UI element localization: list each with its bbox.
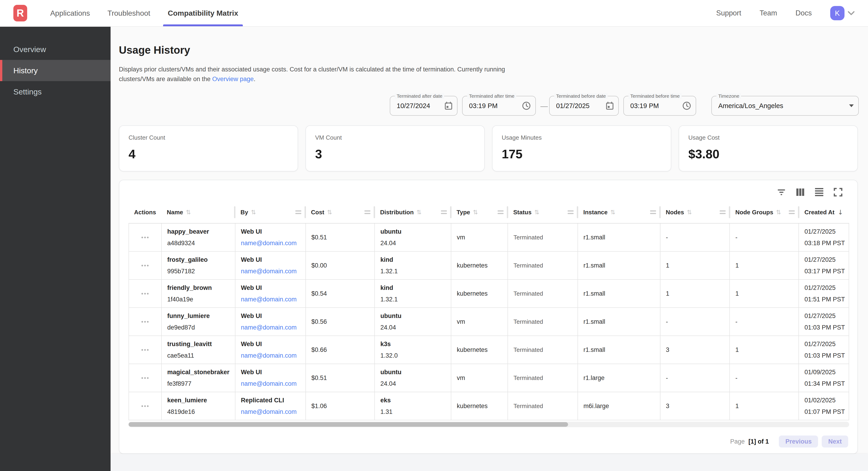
user-email-link[interactable]: name@domain.com (241, 324, 297, 331)
user-email-link[interactable]: name@domain.com (241, 380, 297, 387)
terminated-after-date-field[interactable]: Terminated after date 10/27/2024 (390, 96, 458, 116)
clock-icon[interactable] (682, 101, 691, 110)
column-menu-icon[interactable] (720, 210, 726, 214)
timezone-select[interactable]: Timezone America/Los_Angeles (711, 96, 859, 116)
sort-icon[interactable]: ⇅ (251, 209, 256, 216)
table-toolbar (776, 187, 844, 198)
next-button[interactable]: Next (822, 436, 848, 447)
row-actions-icon[interactable] (134, 321, 161, 323)
sort-icon[interactable]: ⇅ (327, 209, 332, 216)
sort-icon[interactable]: ⇅ (776, 209, 781, 216)
sort-icon[interactable]: ⇅ (473, 209, 478, 216)
column-header-status[interactable]: Status⇅ (508, 201, 578, 223)
sort-icon[interactable]: ⇅ (534, 209, 539, 216)
column-menu-icon[interactable] (568, 210, 574, 214)
avatar[interactable]: K (830, 6, 844, 20)
column-header-type[interactable]: Type⇅ (451, 201, 508, 223)
nav-tab-compatibility-matrix[interactable]: Compatibility Matrix (163, 0, 243, 26)
sidebar-item-overview[interactable]: Overview (0, 39, 111, 60)
nav-tab-troubleshoot[interactable]: Troubleshoot (103, 0, 155, 26)
column-menu-icon[interactable] (295, 210, 301, 214)
user-email-link[interactable]: name@domain.com (241, 296, 297, 303)
clock-icon[interactable] (522, 101, 531, 110)
user-email-link[interactable]: name@domain.com (241, 240, 297, 246)
cell-nodes: - (660, 308, 730, 335)
scrollbar-thumb[interactable] (128, 422, 568, 427)
column-header-name[interactable]: Name⇅ (161, 201, 235, 223)
column-header-created_at[interactable]: Created At↓ (799, 201, 849, 223)
previous-button[interactable]: Previous (779, 436, 818, 447)
replicated-logo[interactable]: R (13, 5, 27, 22)
cell-actions (129, 392, 162, 420)
column-header-instance[interactable]: Instance⇅ (578, 201, 660, 223)
sort-icon[interactable]: ⇅ (186, 209, 191, 216)
terminated-after-time-field[interactable]: Terminated after time 03:19 PM (462, 96, 536, 116)
column-header-actions[interactable]: Actions (128, 201, 161, 223)
sidebar-item-history[interactable]: History (0, 60, 111, 81)
cell-instance: r1.small (578, 308, 660, 335)
column-menu-icon[interactable] (789, 210, 795, 214)
sort-desc-icon[interactable]: ↓ (838, 209, 843, 216)
cell-actions (129, 364, 162, 392)
pagination: Page [1] of 1 Previous Next (730, 436, 848, 447)
cell-distribution: k3s1.32.0 (375, 336, 451, 364)
cell-type: kubernetes (451, 280, 508, 307)
cell-by: Replicated CLIname@domain.com (236, 392, 306, 420)
column-menu-icon[interactable] (498, 210, 503, 214)
calendar-icon[interactable] (606, 101, 614, 110)
nav-link-docs[interactable]: Docs (796, 9, 812, 17)
cell-status: Terminated (508, 308, 578, 335)
nav-tab-applications[interactable]: Applications (45, 0, 95, 26)
column-header-distribution[interactable]: Distribution⇅ (375, 201, 451, 223)
cell-by: Web UIname@domain.com (236, 308, 306, 335)
sort-icon[interactable]: ⇅ (687, 209, 692, 216)
sort-icon[interactable]: ⇅ (416, 209, 422, 216)
nav-link-team[interactable]: Team (760, 9, 777, 17)
cell-status: Terminated (508, 392, 578, 420)
column-header-node_groups[interactable]: Node Groups⇅ (730, 201, 799, 223)
sort-icon[interactable]: ⇅ (611, 209, 616, 216)
calendar-icon[interactable] (444, 101, 453, 110)
column-menu-icon[interactable] (365, 210, 370, 214)
table-row: frosty_galileo995b7182Web UIname@domain.… (129, 252, 849, 280)
horizontal-scrollbar[interactable] (128, 422, 849, 427)
row-actions-icon[interactable] (134, 265, 161, 266)
row-actions-icon[interactable] (134, 405, 161, 407)
filter-icon[interactable] (776, 187, 787, 198)
cell-by: Web UIname@domain.com (236, 336, 306, 364)
bottom-strip (111, 454, 868, 471)
terminated-before-time-field[interactable]: Terminated before time 03:19 PM (623, 96, 696, 116)
user-email-link[interactable]: name@domain.com (241, 408, 297, 415)
cell-by: Web UIname@domain.com (236, 364, 306, 392)
column-header-nodes[interactable]: Nodes⇅ (660, 201, 730, 223)
row-actions-icon[interactable] (134, 237, 161, 238)
column-menu-icon[interactable] (441, 210, 447, 214)
cell-created_at: 01/09/202501:34 PM PST (799, 364, 849, 392)
cell-actions (129, 280, 162, 307)
cell-node_groups: - (730, 364, 799, 392)
column-header-cost[interactable]: Cost⇅ (306, 201, 375, 223)
cell-nodes: 1 (660, 252, 730, 279)
columns-icon[interactable] (795, 187, 806, 198)
row-actions-icon[interactable] (134, 377, 161, 379)
cell-distribution: ubuntu24.04 (375, 364, 451, 392)
terminated-before-date-field[interactable]: Terminated before date 01/27/2025 (549, 96, 619, 116)
nav-link-support[interactable]: Support (716, 9, 741, 17)
column-header-by[interactable]: By⇅ (235, 201, 306, 223)
row-actions-icon[interactable] (134, 293, 161, 294)
sidebar-item-settings[interactable]: Settings (0, 81, 111, 102)
overview-page-link[interactable]: Overview page (212, 76, 254, 83)
nav-tabs: ApplicationsTroubleshootCompatibility Ma… (45, 0, 251, 26)
fullscreen-icon[interactable] (833, 187, 844, 198)
user-email-link[interactable]: name@domain.com (241, 352, 297, 359)
nav-right: SupportTeamDocs K (716, 6, 855, 20)
cell-created_at: 01/27/202501:51 PM PST (799, 280, 849, 307)
cell-name: happy_beavera48d9324 (162, 224, 236, 251)
column-menu-icon[interactable] (650, 210, 656, 214)
user-email-link[interactable]: name@domain.com (241, 268, 297, 275)
row-actions-icon[interactable] (134, 349, 161, 351)
density-icon[interactable] (814, 187, 825, 198)
cell-created_at: 01/27/202501:03 PM PST (799, 308, 849, 335)
chevron-down-icon[interactable] (848, 11, 855, 15)
main-content: Usage History Displays prior clusters/VM… (111, 27, 868, 471)
